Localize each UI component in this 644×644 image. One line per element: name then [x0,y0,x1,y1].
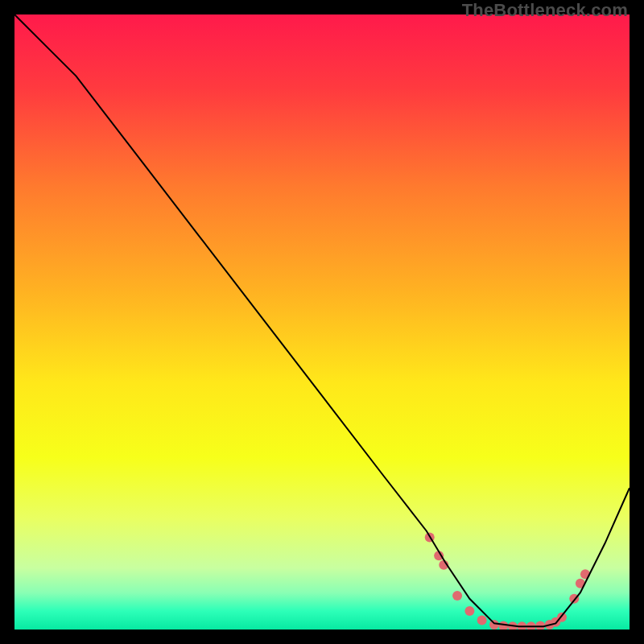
watermark-text: TheBottleneck.com [462,0,628,21]
chart-svg [14,14,630,630]
marker-dot [452,591,462,601]
gradient-background [14,14,630,630]
marker-dot [477,616,487,625]
marker-dot [464,606,474,616]
plot-frame [14,14,630,630]
chart-stage: TheBottleneck.com [0,0,644,644]
